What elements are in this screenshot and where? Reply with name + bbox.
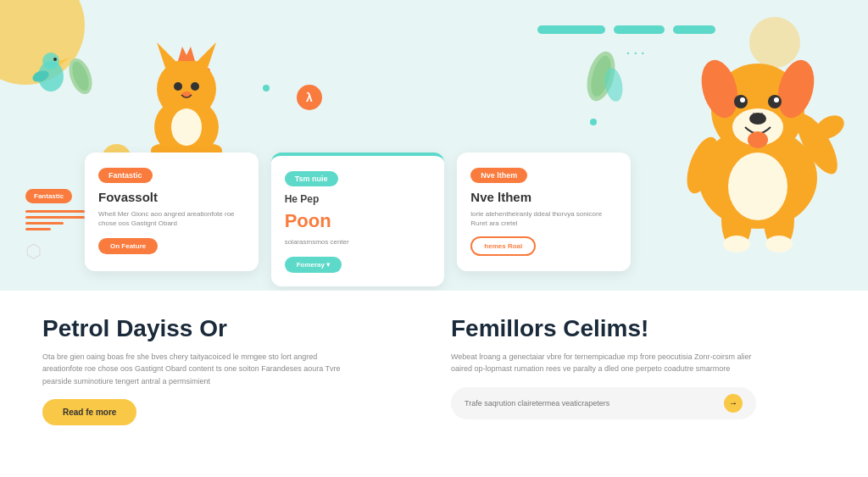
card-2-subtitle: He Pep xyxy=(285,193,431,205)
card-2-text: solarasmsmos center xyxy=(285,237,431,247)
arrow-icon: → xyxy=(729,398,737,408)
cat-svg xyxy=(136,25,237,161)
card-1-text: Wheit Mer Gionc aoo angred areationfote … xyxy=(98,209,245,228)
search-bar[interactable]: → xyxy=(451,387,756,419)
panel-line-4 xyxy=(25,228,51,230)
svg-point-12 xyxy=(174,82,182,91)
card-2: Tsm nuie He Pep Poon solarasmsmos center… xyxy=(271,153,445,286)
left-panel-lines xyxy=(25,210,93,230)
card-3-button[interactable]: hemes Roal xyxy=(470,236,536,256)
leaf-right-svg xyxy=(571,42,631,110)
bottom-left-heading: Petrol Dayiss Or xyxy=(42,316,417,342)
dot-1 xyxy=(263,85,270,92)
dog-svg xyxy=(639,8,860,263)
panel-line-1 xyxy=(25,210,85,213)
svg-marker-11 xyxy=(178,47,195,61)
svg-point-30 xyxy=(749,113,766,125)
left-illustration xyxy=(25,34,153,105)
dog-illustration xyxy=(639,8,851,254)
svg-point-13 xyxy=(191,82,199,91)
bottom-left-button[interactable]: Read fe more xyxy=(42,399,136,425)
orange-circle-icon: λ xyxy=(297,85,322,110)
bottom-right-text: Webeat lroang a genectaiar vbre for tern… xyxy=(451,351,756,375)
leaf-right xyxy=(571,42,631,114)
card-3-tag: Nve lthem xyxy=(470,168,527,183)
dot-2 xyxy=(590,119,597,125)
card-3-text: lorle atehentheiranly ddeal thorvya soni… xyxy=(470,209,617,228)
bottom-right-heading: Femillors Celims! xyxy=(451,316,648,342)
bottom-section: Petrol Dayiss Or Ota bre gien oaing boas… xyxy=(0,291,868,477)
search-submit-icon[interactable]: → xyxy=(724,394,743,413)
svg-point-1 xyxy=(42,53,59,69)
cat-illustration xyxy=(136,25,237,153)
card-2-button[interactable]: Fomeray ▾ xyxy=(285,257,342,273)
left-panel-tag: Fantastic xyxy=(25,189,72,203)
search-input[interactable] xyxy=(465,399,717,408)
nav-bar-1 xyxy=(537,25,605,34)
left-panel: Fantastic ⬡ xyxy=(25,186,93,263)
svg-marker-10 xyxy=(195,42,216,68)
card-1-tag: Fantastic xyxy=(98,168,153,183)
svg-point-37 xyxy=(723,236,750,252)
svg-point-29 xyxy=(774,97,779,103)
bottom-left-text: Ota bre gien oaing boas fre she bves che… xyxy=(42,351,348,387)
card-1-button[interactable]: On Feature xyxy=(98,238,158,254)
shield-icon: ⬡ xyxy=(25,241,93,263)
cards-section: Fantastic Fovassolt Wheit Mer Gionc aoo … xyxy=(85,153,631,286)
svg-point-31 xyxy=(748,131,768,148)
card-1: Fantastic Fovassolt Wheit Mer Gionc aoo … xyxy=(85,153,259,271)
card-1-title: Fovassolt xyxy=(98,190,245,204)
card-2-title: Poon xyxy=(285,210,431,232)
card-2-tag: Tsm nuie xyxy=(285,171,338,186)
bottom-left: Petrol Dayiss Or Ota bre gien oaing boas… xyxy=(42,316,417,452)
bottom-right: Femillors Celims! Webeat lroang a genect… xyxy=(451,316,826,452)
svg-point-28 xyxy=(740,97,745,103)
svg-point-38 xyxy=(765,236,793,252)
panel-line-2 xyxy=(25,216,85,219)
svg-point-39 xyxy=(728,153,787,220)
svg-marker-9 xyxy=(157,42,178,68)
leaf-left-svg xyxy=(59,51,102,102)
svg-point-17 xyxy=(171,108,202,146)
card-3: Nve lthem Nve lthem lorle atehentheiranl… xyxy=(457,153,631,271)
card-3-title: Nve lthem xyxy=(470,190,617,204)
svg-point-3 xyxy=(53,58,57,61)
panel-line-3 xyxy=(25,222,64,225)
